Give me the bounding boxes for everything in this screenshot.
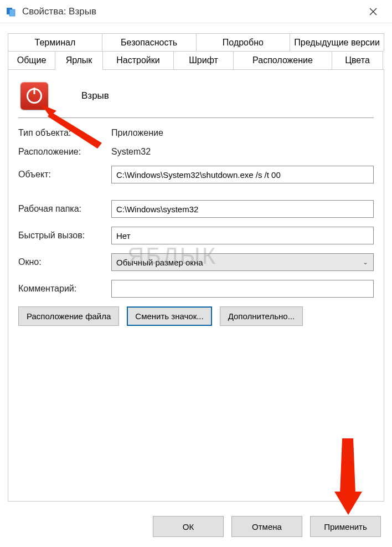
panel-button-row: Расположение файла Сменить значок... Доп…: [18, 306, 374, 326]
target-input[interactable]: [111, 166, 374, 183]
tab-security[interactable]: Безопасность: [102, 33, 197, 52]
location-value: System32: [111, 147, 151, 157]
apply-button[interactable]: Применить: [310, 516, 381, 537]
file-location-button[interactable]: Расположение файла: [18, 306, 119, 326]
tab-settings[interactable]: Настройки: [103, 51, 174, 70]
tab-panel-shortcut: Взрыв Тип объекта: Приложение Расположен…: [8, 69, 384, 502]
workdir-input[interactable]: [111, 200, 374, 218]
tab-font[interactable]: Шрифт: [174, 51, 234, 70]
tabs-row-1: Терминал Безопасность Подробно Предыдущи…: [8, 33, 384, 52]
window-label: Окно:: [18, 257, 111, 267]
window-title: Свойства: Взрыв: [22, 6, 362, 17]
tab-previous-versions[interactable]: Предыдущие версии: [290, 33, 384, 52]
window-select[interactable]: [111, 253, 374, 271]
tab-shortcut[interactable]: Ярлык: [55, 51, 103, 70]
comment-label: Комментарий:: [18, 284, 111, 294]
tabs-row-2: Общие Ярлык Настройки Шрифт Расположение…: [8, 51, 384, 70]
shortcut-key-label: Быстрый вызов:: [18, 231, 111, 241]
divider: [18, 117, 374, 118]
dialog-body: Терминал Безопасность Подробно Предыдущи…: [0, 23, 392, 503]
shortcut-icon: [20, 82, 48, 110]
power-icon: [27, 88, 42, 104]
location-label: Расположение:: [18, 147, 111, 157]
shortcut-name: Взрыв: [81, 90, 109, 101]
type-value: Приложение: [111, 128, 163, 138]
tab-colors[interactable]: Цвета: [332, 51, 383, 70]
close-icon: [369, 8, 377, 16]
workdir-label: Рабочая папка:: [18, 204, 111, 214]
type-label: Тип объекта:: [18, 128, 111, 138]
shortcut-key-input[interactable]: [111, 227, 374, 244]
cancel-button[interactable]: Отмена: [231, 516, 302, 537]
change-icon-button[interactable]: Сменить значок...: [127, 306, 212, 326]
close-button[interactable]: [362, 3, 384, 20]
target-label: Объект:: [18, 170, 111, 180]
tab-general[interactable]: Общие: [8, 51, 55, 70]
icon-name-row: Взрыв: [18, 82, 374, 110]
svg-rect-1: [9, 9, 15, 16]
dialog-footer: ОК Отмена Применить: [153, 516, 381, 537]
tab-layout[interactable]: Расположение: [234, 51, 332, 70]
ok-button[interactable]: ОК: [153, 516, 224, 537]
app-properties-icon: [6, 6, 17, 17]
titlebar: Свойства: Взрыв: [0, 0, 392, 23]
tab-details[interactable]: Подробно: [197, 33, 291, 52]
advanced-button[interactable]: Дополнительно...: [220, 306, 303, 326]
tab-terminal[interactable]: Терминал: [8, 33, 102, 52]
comment-input[interactable]: [111, 280, 374, 298]
